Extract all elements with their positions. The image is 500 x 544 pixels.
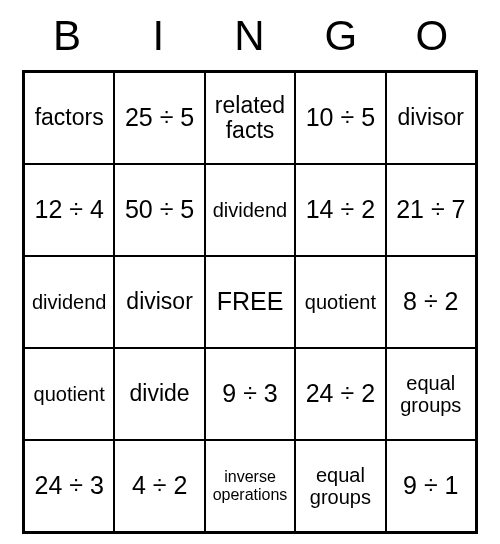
header-b: B bbox=[22, 6, 113, 70]
bingo-grid: factors 25 ÷ 5 related facts 10 ÷ 5 divi… bbox=[22, 70, 478, 534]
bingo-cell[interactable]: dividend bbox=[24, 256, 114, 348]
bingo-cell[interactable]: 8 ÷ 2 bbox=[386, 256, 476, 348]
bingo-cell[interactable]: 4 ÷ 2 bbox=[114, 440, 204, 532]
bingo-cell[interactable]: 24 ÷ 3 bbox=[24, 440, 114, 532]
bingo-cell[interactable]: quotient bbox=[24, 348, 114, 440]
header-n: N bbox=[204, 6, 295, 70]
bingo-header: B I N G O bbox=[22, 6, 478, 70]
header-o: O bbox=[387, 6, 478, 70]
bingo-cell[interactable]: 14 ÷ 2 bbox=[295, 164, 385, 256]
bingo-card: B I N G O factors 25 ÷ 5 related facts 1… bbox=[22, 6, 478, 534]
bingo-cell[interactable]: equal groups bbox=[295, 440, 385, 532]
header-i: I bbox=[113, 6, 204, 70]
bingo-cell[interactable]: 50 ÷ 5 bbox=[114, 164, 204, 256]
bingo-cell[interactable]: divisor bbox=[386, 72, 476, 164]
bingo-cell[interactable]: 24 ÷ 2 bbox=[295, 348, 385, 440]
bingo-cell[interactable]: 25 ÷ 5 bbox=[114, 72, 204, 164]
bingo-cell[interactable]: quotient bbox=[295, 256, 385, 348]
bingo-cell[interactable]: 12 ÷ 4 bbox=[24, 164, 114, 256]
bingo-cell[interactable]: 21 ÷ 7 bbox=[386, 164, 476, 256]
bingo-cell[interactable]: divisor bbox=[114, 256, 204, 348]
bingo-cell[interactable]: inverse operations bbox=[205, 440, 295, 532]
bingo-cell[interactable]: related facts bbox=[205, 72, 295, 164]
bingo-cell[interactable]: factors bbox=[24, 72, 114, 164]
header-g: G bbox=[296, 6, 387, 70]
bingo-cell[interactable]: equal groups bbox=[386, 348, 476, 440]
bingo-cell[interactable]: 9 ÷ 3 bbox=[205, 348, 295, 440]
bingo-cell-free[interactable]: FREE bbox=[205, 256, 295, 348]
bingo-cell[interactable]: 10 ÷ 5 bbox=[295, 72, 385, 164]
bingo-cell[interactable]: 9 ÷ 1 bbox=[386, 440, 476, 532]
bingo-cell[interactable]: divide bbox=[114, 348, 204, 440]
bingo-cell[interactable]: dividend bbox=[205, 164, 295, 256]
